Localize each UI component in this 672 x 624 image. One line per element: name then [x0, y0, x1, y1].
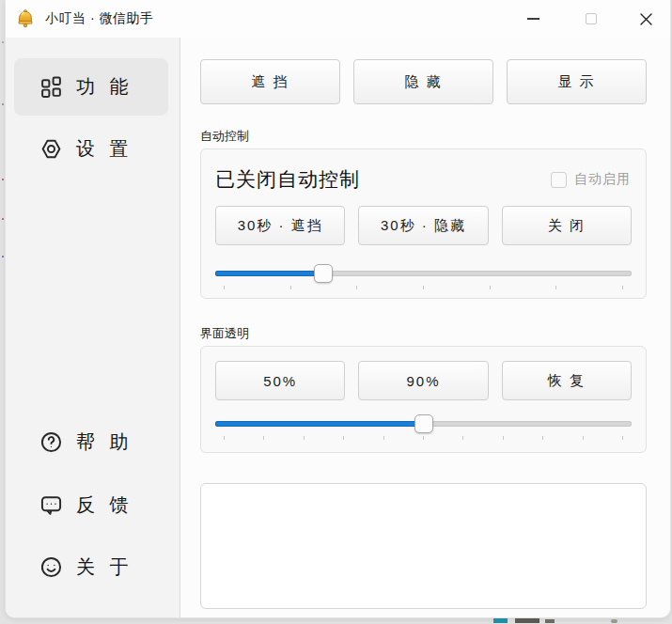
opacity-restore-button[interactable]: 恢 复 — [502, 361, 632, 400]
hide-button[interactable]: 隐 藏 — [353, 59, 493, 104]
close-button[interactable] — [626, 0, 665, 38]
sidebar-item-feedback[interactable]: 反 馈 — [14, 476, 168, 534]
close-icon — [639, 12, 653, 26]
maximize-icon — [586, 13, 597, 24]
transparency-section-label: 界面透明 — [200, 325, 249, 342]
sidebar-item-label: 帮 助 — [76, 429, 133, 455]
auto-control-panel: 已关闭自动控制 自动启用 30秒 · 遮挡 30秒 · 隐藏 关 闭 — [200, 148, 647, 299]
auto-control-slider[interactable] — [215, 264, 632, 283]
auto-control-section-label: 自动控制 — [200, 128, 249, 145]
transparency-slider[interactable] — [215, 414, 632, 433]
app-window: 小叮当 · 微信助手 — [6, 0, 670, 617]
block-button[interactable]: 遮 挡 — [200, 59, 340, 104]
auto-enable-checkbox[interactable]: 自动启用 — [551, 171, 631, 188]
slider-ticks — [215, 436, 632, 440]
bell-icon — [15, 8, 36, 29]
main-content: 遮 挡 隐 藏 显 示 自动控制 已关闭自动控制 自动启用 30秒 · 遮挡 3… — [180, 38, 670, 617]
smiley-icon — [39, 555, 63, 579]
auto-control-status: 已关闭自动控制 — [215, 166, 360, 193]
slider-thumb[interactable] — [414, 414, 433, 433]
sidebar: 功 能 设 置 帮 — [6, 38, 180, 617]
quick-buttons-row: 遮 挡 隐 藏 显 示 — [200, 59, 647, 104]
speech-bubble-icon — [39, 493, 63, 517]
checkbox-box — [551, 172, 567, 188]
titlebar: 小叮当 · 微信助手 — [6, 0, 670, 38]
window-title: 小叮当 · 微信助手 — [45, 10, 153, 27]
transparency-buttons: 50% 90% 恢 复 — [215, 361, 632, 400]
checkbox-label: 自动启用 — [574, 171, 631, 188]
sidebar-item-settings[interactable]: 设 置 — [14, 120, 168, 178]
transparency-slider-wrap — [215, 414, 632, 440]
auto-off-button[interactable]: 关 闭 — [502, 206, 632, 245]
slider-fill — [215, 271, 323, 276]
hide-30s-button[interactable]: 30秒 · 隐藏 — [358, 206, 488, 245]
slider-fill — [215, 421, 424, 427]
opacity-50-button[interactable]: 50% — [215, 361, 345, 400]
slider-thumb[interactable] — [314, 264, 333, 283]
sidebar-item-function[interactable]: 功 能 — [14, 58, 168, 116]
auto-control-buttons: 30秒 · 遮挡 30秒 · 隐藏 关 闭 — [215, 206, 632, 245]
transparency-panel: 50% 90% 恢 复 — [200, 346, 647, 453]
log-output-area[interactable] — [200, 483, 647, 609]
grid-icon — [39, 75, 63, 99]
sidebar-item-help[interactable]: 帮 助 — [14, 413, 168, 471]
block-30s-button[interactable]: 30秒 · 遮挡 — [215, 206, 345, 245]
hexagon-nut-icon — [39, 137, 63, 161]
sidebar-item-label: 关 于 — [76, 554, 133, 580]
minimize-icon — [527, 18, 539, 20]
slider-ticks — [215, 286, 632, 289]
opacity-90-button[interactable]: 90% — [358, 361, 488, 400]
question-circle-icon — [39, 430, 63, 454]
sidebar-item-label: 反 馈 — [76, 492, 133, 518]
show-button[interactable]: 显 示 — [507, 59, 647, 104]
minimize-button[interactable] — [513, 0, 553, 38]
sidebar-item-label: 功 能 — [76, 74, 133, 100]
desktop-behind-bottom — [0, 616, 672, 624]
sidebar-item-label: 设 置 — [76, 136, 133, 162]
sidebar-item-about[interactable]: 关 于 — [14, 538, 168, 596]
auto-control-slider-wrap — [215, 264, 632, 289]
maximize-button[interactable] — [571, 0, 611, 38]
